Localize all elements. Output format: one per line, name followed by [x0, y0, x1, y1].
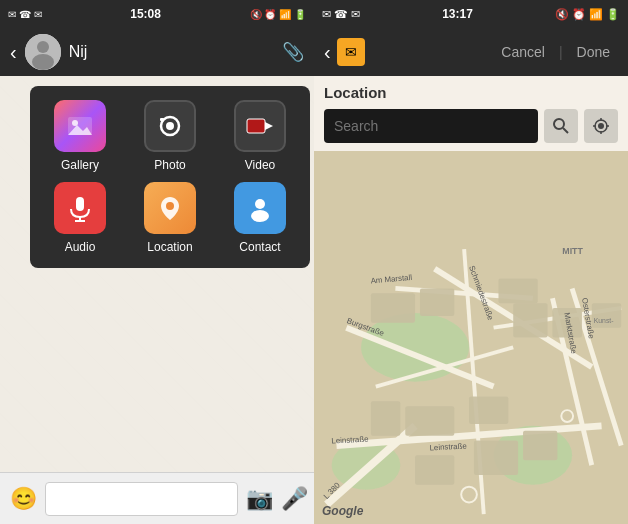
- location-label: Location: [147, 240, 192, 254]
- gallery-label: Gallery: [61, 158, 99, 172]
- attach-gallery[interactable]: Gallery: [40, 100, 120, 172]
- header-divider: |: [559, 44, 563, 60]
- audio-icon: [54, 182, 106, 234]
- location-title: Location: [314, 76, 628, 105]
- status-bar-left: ✉ ☎ ✉ 15:08 🔇 ⏰ 📶 🔋: [0, 0, 314, 28]
- svg-text:Kunst-: Kunst-: [594, 317, 614, 324]
- left-panel: ✉ ☎ ✉ 15:08 🔇 ⏰ 📶 🔋 ‹ Nij 📎: [0, 0, 314, 524]
- svg-point-17: [554, 119, 564, 129]
- audio-label: Audio: [65, 240, 96, 254]
- gps-icon: [593, 118, 609, 134]
- search-button[interactable]: [544, 109, 578, 143]
- svg-point-14: [166, 202, 174, 210]
- svg-point-16: [251, 210, 269, 222]
- location-icon: [144, 182, 196, 234]
- svg-rect-44: [469, 396, 508, 423]
- svg-rect-48: [415, 455, 454, 484]
- chat-body: Gallery Photo: [0, 76, 314, 472]
- done-button[interactable]: Done: [569, 40, 618, 64]
- video-label: Video: [245, 158, 275, 172]
- svg-rect-45: [513, 303, 547, 337]
- svg-rect-43: [405, 406, 454, 435]
- contact-label: Contact: [239, 240, 280, 254]
- svg-point-15: [255, 199, 265, 209]
- avatar: [25, 34, 61, 70]
- gps-button[interactable]: [584, 109, 618, 143]
- chat-input-bar: 😊 📷 🎤: [0, 472, 314, 524]
- svg-rect-39: [371, 293, 415, 322]
- left-right-icons: 🔇 ⏰ 📶 🔋: [250, 9, 306, 20]
- location-header: ‹ ✉ Cancel | Done: [314, 28, 628, 76]
- attach-photo[interactable]: Photo: [130, 100, 210, 172]
- location-search-bar: [314, 105, 628, 151]
- svg-rect-40: [420, 288, 454, 315]
- svg-rect-8: [160, 118, 164, 121]
- mic-button[interactable]: 🎤: [281, 486, 308, 512]
- chat-back-button[interactable]: ‹: [10, 41, 17, 64]
- search-icon: [553, 118, 569, 134]
- svg-rect-50: [523, 431, 557, 460]
- right-status-icons: ✉ ☎ ✉: [322, 8, 360, 21]
- svg-point-19: [598, 123, 604, 129]
- chat-header: ‹ Nij 📎: [0, 28, 314, 76]
- chat-title: Nij: [69, 43, 274, 61]
- attach-video[interactable]: Video: [220, 100, 300, 172]
- right-time: 13:17: [442, 7, 473, 21]
- attachment-popup: Gallery Photo: [30, 86, 310, 268]
- svg-rect-42: [371, 401, 400, 435]
- svg-point-2: [32, 54, 54, 70]
- location-search-input[interactable]: [324, 109, 538, 143]
- status-bar-right: ✉ ☎ ✉ 13:17 🔇 ⏰ 📶 🔋: [314, 0, 628, 28]
- envelope-icon: ✉: [337, 38, 365, 66]
- svg-point-1: [37, 41, 49, 53]
- svg-point-7: [166, 122, 174, 130]
- svg-rect-47: [592, 303, 621, 328]
- attach-audio[interactable]: Audio: [40, 182, 120, 254]
- contact-icon: [234, 182, 286, 234]
- left-time: 15:08: [130, 7, 161, 21]
- camera-button[interactable]: 📷: [246, 486, 273, 512]
- map-area[interactable]: Am Marstall Burgstraße Schmiedestraße Le…: [314, 151, 628, 524]
- svg-marker-10: [265, 122, 273, 130]
- svg-rect-41: [498, 279, 537, 304]
- right-panel: ✉ ☎ ✉ 13:17 🔇 ⏰ 📶 🔋 ‹ ✉ Cancel | Done Lo…: [314, 0, 628, 524]
- svg-rect-49: [474, 441, 518, 475]
- cancel-button[interactable]: Cancel: [493, 40, 553, 64]
- paperclip-icon[interactable]: 📎: [282, 41, 304, 63]
- message-input[interactable]: [45, 482, 238, 516]
- svg-text:MITT: MITT: [562, 246, 583, 256]
- photo-label: Photo: [154, 158, 185, 172]
- left-status-icons: ✉ ☎ ✉: [8, 9, 42, 20]
- attach-contact[interactable]: Contact: [220, 182, 300, 254]
- google-watermark: Google: [322, 504, 363, 518]
- attach-location[interactable]: Location: [130, 182, 210, 254]
- right-right-icons: 🔇 ⏰ 📶 🔋: [555, 8, 620, 21]
- svg-rect-11: [76, 197, 84, 211]
- location-back-button[interactable]: ‹: [324, 41, 331, 64]
- emoji-button[interactable]: 😊: [10, 486, 37, 512]
- video-icon: [234, 100, 286, 152]
- svg-rect-9: [247, 119, 265, 133]
- gallery-icon: [54, 100, 106, 152]
- svg-line-18: [563, 128, 568, 133]
- photo-icon: [144, 100, 196, 152]
